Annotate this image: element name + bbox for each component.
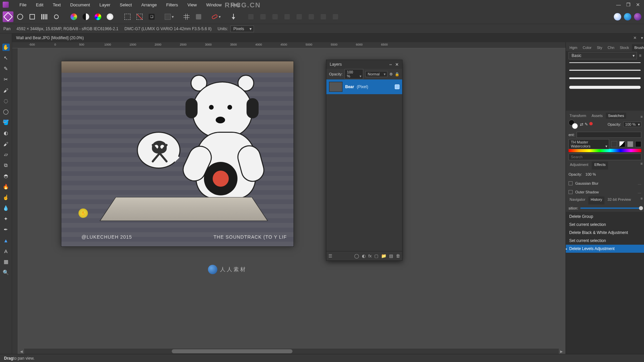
horizontal-scrollbar[interactable]: ◀ ▶ bbox=[24, 349, 559, 354]
layers-pin-icon[interactable]: ▪▪ bbox=[389, 63, 392, 66]
arrange-5[interactable] bbox=[294, 11, 305, 22]
develop-persona-button[interactable] bbox=[27, 11, 38, 22]
blend-mode-dropdown[interactable]: Normal bbox=[365, 71, 387, 77]
tone-map-persona-button[interactable] bbox=[39, 11, 50, 22]
palette-grey-icon[interactable] bbox=[627, 141, 633, 147]
tab-effects[interactable]: Effects bbox=[592, 162, 608, 170]
tab-32bit-preview[interactable]: 32-bit Preview bbox=[605, 196, 633, 204]
add-layer-icon[interactable]: ▧ bbox=[389, 253, 393, 258]
palette-bw-icon[interactable] bbox=[619, 141, 625, 147]
eyedropper-icon[interactable]: ✎ bbox=[585, 122, 588, 127]
menu-filters[interactable]: Filters bbox=[161, 2, 182, 7]
layer-settings-icon[interactable]: ⚙ bbox=[389, 72, 393, 76]
view-tool[interactable]: ✋ bbox=[2, 44, 10, 51]
pen-tool[interactable]: ✒ bbox=[2, 226, 10, 233]
mask-icon[interactable]: ◯ bbox=[354, 253, 359, 258]
fx-expand-icon[interactable]: … bbox=[638, 190, 641, 194]
history-item[interactable]: Set current selection bbox=[566, 221, 644, 229]
mesh-tool[interactable]: ▦ bbox=[2, 258, 10, 265]
inpainting-tool[interactable]: ✦ bbox=[2, 215, 10, 223]
photo-persona-button[interactable] bbox=[3, 11, 13, 22]
fg-bg-colors[interactable] bbox=[569, 120, 578, 129]
recent-colors-strip[interactable] bbox=[577, 132, 641, 138]
hue-strip[interactable] bbox=[569, 149, 641, 152]
brush-options-icon[interactable]: ≡ bbox=[639, 53, 641, 58]
scroll-thumb[interactable] bbox=[172, 349, 292, 353]
color-dot-icon[interactable] bbox=[589, 122, 593, 125]
document-tab[interactable]: Wall and Bear.JPG [Modified] (20.0%) bbox=[12, 34, 88, 42]
account-icon-3[interactable] bbox=[634, 13, 641, 20]
swatch-search-input[interactable] bbox=[569, 154, 641, 160]
account-icon-1[interactable] bbox=[614, 13, 621, 20]
panel-menu-icon[interactable]: ≡ bbox=[641, 115, 643, 119]
layer-stack-icon[interactable]: ☰ bbox=[328, 253, 332, 258]
menu-edit[interactable]: Edit bbox=[31, 2, 48, 7]
brush-stroke-preview[interactable] bbox=[569, 86, 641, 89]
scroll-left-icon[interactable]: ◀ bbox=[19, 349, 24, 354]
menu-layer[interactable]: Layer bbox=[95, 2, 115, 7]
liquify-persona-button[interactable] bbox=[15, 11, 25, 22]
history-item[interactable]: Delete Group bbox=[566, 213, 644, 221]
grid-button[interactable] bbox=[181, 11, 192, 22]
tab-stock[interactable]: Stock bbox=[618, 44, 632, 51]
auto-wb-button[interactable] bbox=[105, 11, 115, 22]
layer-lock-icon[interactable]: 🔒 bbox=[395, 72, 399, 76]
layer-row[interactable]: Bear (Pixel) bbox=[326, 79, 402, 94]
export-persona-button[interactable] bbox=[51, 11, 62, 22]
swatch-opacity-dropdown[interactable]: 100 % bbox=[623, 122, 641, 127]
select-all-button[interactable] bbox=[122, 11, 133, 22]
tab-history[interactable]: History bbox=[588, 196, 604, 204]
arrange-3[interactable] bbox=[270, 11, 280, 22]
menu-view[interactable]: View bbox=[183, 2, 202, 7]
adjustment-icon[interactable]: ◐ bbox=[362, 253, 366, 258]
crop-tool[interactable]: ✂ bbox=[2, 76, 10, 83]
palette-view-icon[interactable] bbox=[611, 141, 617, 147]
fx-outer-shadow[interactable]: Outer Shadow bbox=[575, 190, 599, 194]
swap-colors-icon[interactable]: ⇄ bbox=[580, 122, 583, 127]
auto-levels-button[interactable] bbox=[68, 11, 79, 22]
text-tool[interactable]: A bbox=[2, 247, 10, 255]
panel-menu-icon[interactable]: ≡ bbox=[641, 196, 643, 204]
tab-navigator[interactable]: Navigator bbox=[567, 196, 588, 204]
menu-select[interactable]: Select bbox=[115, 2, 137, 7]
blur-tool[interactable]: 💧 bbox=[2, 204, 10, 212]
auto-contrast-button[interactable] bbox=[80, 11, 91, 22]
arrange-6[interactable] bbox=[306, 11, 317, 22]
menu-file[interactable]: File bbox=[15, 2, 31, 7]
menu-window[interactable]: Window bbox=[202, 2, 226, 7]
document-tab-close-icon[interactable]: ✕ bbox=[633, 36, 640, 40]
invert-selection-button[interactable]: ❏ bbox=[146, 11, 157, 22]
tab-overflow-icon[interactable]: ▾ bbox=[640, 36, 644, 40]
brush-stroke-preview[interactable] bbox=[569, 77, 641, 79]
crop-mask-icon[interactable]: ▢ bbox=[374, 253, 378, 258]
tab-color[interactable]: Color bbox=[580, 44, 594, 51]
paint-brush-tool[interactable]: 🖌 bbox=[2, 140, 10, 147]
marquee-tool[interactable]: ◌ bbox=[2, 97, 10, 105]
layer-visibility-checkbox[interactable] bbox=[395, 84, 399, 89]
history-item-selected[interactable]: Delete Levels Adjustment bbox=[566, 245, 644, 253]
brush-preset-dropdown[interactable]: Basic bbox=[569, 52, 637, 59]
folder-icon[interactable]: 📁 bbox=[381, 253, 386, 258]
selection-brush-tool[interactable]: 🖌 bbox=[2, 86, 10, 94]
snapping-button[interactable] bbox=[193, 11, 204, 22]
burn-tool[interactable]: 🔥 bbox=[2, 183, 10, 190]
panel-menu-icon[interactable]: ≡ bbox=[641, 162, 643, 170]
arrange-4[interactable] bbox=[282, 11, 292, 22]
palette-black-icon[interactable] bbox=[635, 141, 641, 147]
arrange-8[interactable] bbox=[330, 11, 341, 22]
delete-layer-icon[interactable]: 🗑 bbox=[396, 253, 400, 258]
brush-stroke-preview[interactable] bbox=[569, 62, 641, 63]
tab-brushes[interactable]: Brushes bbox=[632, 44, 644, 51]
color-picker-tool[interactable]: ✎ bbox=[2, 65, 10, 72]
tab-transform[interactable]: Transform bbox=[567, 113, 589, 119]
smudge-tool[interactable]: ☝ bbox=[2, 194, 10, 201]
arrange-7[interactable] bbox=[318, 11, 329, 22]
close-icon[interactable]: ✕ bbox=[636, 2, 640, 7]
brush-list[interactable] bbox=[566, 60, 644, 111]
maximize-icon[interactable]: ❐ bbox=[626, 2, 631, 7]
tab-adjustment[interactable]: Adjustment bbox=[567, 162, 591, 170]
brush-stroke-preview[interactable] bbox=[569, 70, 641, 71]
units-select[interactable]: Pixels bbox=[230, 25, 254, 32]
assistant-button[interactable] bbox=[228, 11, 239, 22]
fx-icon[interactable]: fx bbox=[368, 253, 372, 258]
